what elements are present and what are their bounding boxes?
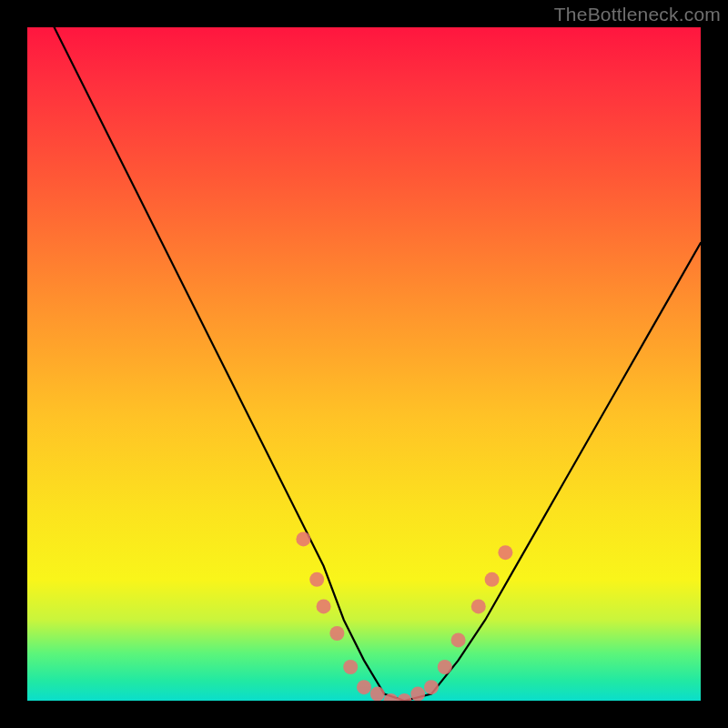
marker-dot: [424, 680, 439, 694]
marker-dot: [317, 599, 331, 613]
marker-dot: [485, 572, 500, 587]
marker-dot: [498, 545, 512, 560]
marker-dot: [296, 531, 310, 546]
marker-dot: [397, 693, 411, 701]
marker-dot: [471, 599, 486, 613]
highlighted-points: [296, 531, 512, 701]
bottleneck-curve: [55, 27, 701, 701]
marker-dot: [370, 687, 385, 701]
chart-overlay: [27, 27, 701, 701]
watermark-text: TheBottleneck.com: [554, 4, 721, 25]
marker-dot: [357, 680, 371, 694]
chart-gradient-background: [27, 27, 701, 701]
marker-dot: [410, 687, 425, 701]
chart-frame: TheBottleneck.com: [0, 0, 728, 728]
marker-dot: [329, 626, 344, 641]
marker-dot: [343, 660, 358, 674]
marker-dot: [438, 660, 452, 674]
marker-dot: [451, 632, 466, 647]
marker-dot: [309, 572, 324, 587]
